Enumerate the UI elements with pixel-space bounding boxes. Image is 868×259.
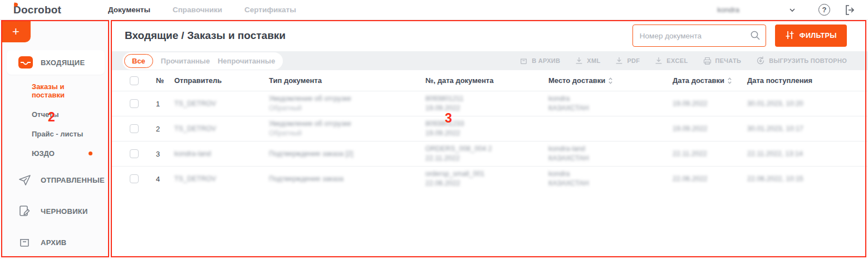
row-delivery-date: 19.09.2022 xyxy=(673,99,747,109)
download-icon xyxy=(615,57,623,65)
breadcrumb-title: Входящие / Заказы и поставки xyxy=(125,30,624,42)
app-window: Docrobot Документы Справочники Сертифика… xyxy=(0,0,868,259)
row-doc-number-date: ordersp_small_001 22.06.2022 xyxy=(425,169,548,188)
col-number: № xyxy=(156,76,174,85)
sidebar-item-price-lists[interactable]: Прайс - листы xyxy=(0,124,111,144)
row-checkbox[interactable] xyxy=(130,149,139,158)
row-doc-type: Уведомление об отгрузке Обратный xyxy=(269,94,425,113)
sidebar-item-reports[interactable]: Отчеты xyxy=(0,105,111,124)
row-sender: TS_DETROV xyxy=(174,99,269,109)
help-icon[interactable]: ? xyxy=(818,4,830,16)
inbox-icon xyxy=(18,56,33,69)
chip-read[interactable]: Прочитанные xyxy=(161,57,210,65)
table-body: 1 TS_DETROV Уведомление об отгрузке Обра… xyxy=(111,91,868,191)
download-xml-button[interactable]: XML xyxy=(575,57,600,65)
logout-icon[interactable] xyxy=(845,5,856,15)
re-export-button[interactable]: ВЫГРУЗИТЬ ПОВТОРНО xyxy=(756,56,847,65)
row-number: 2 xyxy=(156,124,174,134)
col-doc-number-date: №, дата документа xyxy=(425,76,548,85)
search-icon xyxy=(750,30,761,43)
nav-certificates[interactable]: Сертификаты xyxy=(244,6,296,14)
row-sender: TS_DETROV xyxy=(174,174,269,184)
download-pdf-button[interactable]: PDF xyxy=(615,57,640,65)
username: kondra xyxy=(717,6,739,14)
col-delivery-place[interactable]: Место доставки xyxy=(548,76,673,85)
archive-box-icon xyxy=(18,236,33,248)
col-received-date: Дата поступления xyxy=(747,76,868,85)
top-navigation: Документы Справочники Сертификаты xyxy=(108,6,296,14)
col-delivery-date[interactable]: Дата доставки xyxy=(673,76,747,85)
col-sender: Отправитель xyxy=(174,76,269,85)
sidebar-item-archive[interactable]: АРХИВ xyxy=(7,230,105,255)
row-received-date: 22.11.2022, 13:14 xyxy=(747,149,868,159)
row-sender: TS_DETROV xyxy=(174,124,269,134)
main-content: Входящие / Заказы и поставки ФИЛЬТРЫ xyxy=(111,20,868,259)
notification-dot xyxy=(89,152,92,155)
row-checkbox[interactable] xyxy=(130,124,139,133)
row-number: 1 xyxy=(156,99,174,109)
row-delivery-date: 19.09.2022 xyxy=(673,124,747,134)
topbar: Docrobot Документы Справочники Сертифика… xyxy=(0,0,868,20)
filters-button[interactable]: ФИЛЬТРЫ xyxy=(775,25,847,47)
archive-icon xyxy=(519,57,528,65)
read-status-filter: Все Прочитанные Непрочитанные xyxy=(122,52,283,70)
row-doc-number-date: ORDERS_008_004 2 22.11.2022 xyxy=(425,144,548,163)
row-checkbox[interactable] xyxy=(130,99,139,108)
sliders-icon xyxy=(785,31,795,41)
page-header: Входящие / Заказы и поставки ФИЛЬТРЫ xyxy=(111,20,868,51)
row-doc-type: Уведомление об отгрузке Обратный xyxy=(269,119,425,138)
add-document-button[interactable]: + xyxy=(1,21,31,42)
sort-icon xyxy=(608,77,613,85)
nav-documents[interactable]: Документы xyxy=(108,6,150,14)
download-excel-button[interactable]: EXCEL xyxy=(655,57,688,65)
row-doc-number-date: 8093801211 19.09.2022 xyxy=(425,94,548,113)
row-doc-type: Подтверждение заказа [2] xyxy=(269,149,425,159)
document-number-search-input[interactable] xyxy=(632,25,766,47)
row-received-date: 30.01.2023, 10:20 xyxy=(747,99,868,109)
col-doc-type: Тип документа xyxy=(269,76,425,85)
row-sender: kondra-land xyxy=(174,149,269,159)
row-doc-type: Подтверждение заказа xyxy=(269,174,425,184)
row-number: 3 xyxy=(156,149,174,159)
select-all-checkbox[interactable] xyxy=(130,76,139,85)
row-delivery-place: kondra-land КАЗАХСТАН xyxy=(548,144,673,163)
sidebar-item-orders-deliveries[interactable]: Заказы и поставки xyxy=(0,77,111,105)
nav-directories[interactable]: Справочники xyxy=(173,6,222,14)
sidebar-item-sent[interactable]: ОТПРАВЛЕННЫЕ xyxy=(7,168,105,192)
sidebar-item-label: ЧЕРНОВИКИ xyxy=(41,207,88,216)
chevron-down-icon[interactable] xyxy=(788,6,796,14)
row-doc-number-date: 8093801233 19.09.2022 xyxy=(425,119,548,138)
table-row[interactable]: 4 TS_DETROV Подтверждение заказа ordersp… xyxy=(111,166,868,191)
print-button[interactable]: ПЕЧАТЬ xyxy=(703,57,742,65)
draft-pencil-icon xyxy=(18,205,33,217)
table-row[interactable]: 3 kondra-land Подтверждение заказа [2] O… xyxy=(111,141,868,166)
row-received-date: 22.06.2022, 10:15 xyxy=(747,174,868,184)
row-received-date: 30.01.2023, 10:17 xyxy=(747,124,868,134)
sidebar: + ВХОДЯЩИЕ Заказы и поставки Отчеты Пр xyxy=(0,20,111,259)
download-icon xyxy=(655,57,663,65)
sidebar-item-yuzdo[interactable]: ЮЗДО xyxy=(0,144,111,163)
reload-icon xyxy=(756,56,765,65)
actions-toolbar: В АРХИВ XML PDF xyxy=(519,56,847,65)
row-delivery-date: 22.06.2022 xyxy=(673,174,747,184)
docrobot-logo: Docrobot xyxy=(13,4,61,16)
row-checkbox[interactable] xyxy=(130,174,139,183)
row-number: 4 xyxy=(156,174,174,184)
table-row[interactable]: 2 TS_DETROV Уведомление об отгрузке Обра… xyxy=(111,116,868,141)
sidebar-item-label: ОТПРАВЛЕННЫЕ xyxy=(41,176,105,184)
sort-icon xyxy=(727,77,732,85)
chip-unread[interactable]: Непрочитанные xyxy=(218,57,275,65)
filter-toolbar-band: Все Прочитанные Непрочитанные В АРХИВ XM… xyxy=(111,51,868,70)
table-row[interactable]: 1 TS_DETROV Уведомление об отгрузке Обра… xyxy=(111,91,868,116)
sidebar-item-drafts[interactable]: ЧЕРНОВИКИ xyxy=(7,199,105,223)
paper-plane-icon xyxy=(18,174,33,186)
download-icon xyxy=(575,57,583,65)
sidebar-item-inbox[interactable]: ВХОДЯЩИЕ xyxy=(7,50,105,75)
printer-icon xyxy=(703,57,712,65)
to-archive-button[interactable]: В АРХИВ xyxy=(519,57,560,65)
row-delivery-place: kondra КАЗАХСТАН xyxy=(548,94,673,113)
chip-all[interactable]: Все xyxy=(124,54,153,68)
sidebar-item-label: АРХИВ xyxy=(41,238,66,247)
table-header-row: № Отправитель Тип документа №, дата доку… xyxy=(111,70,868,91)
sidebar-item-label: ВХОДЯЩИЕ xyxy=(41,58,85,67)
